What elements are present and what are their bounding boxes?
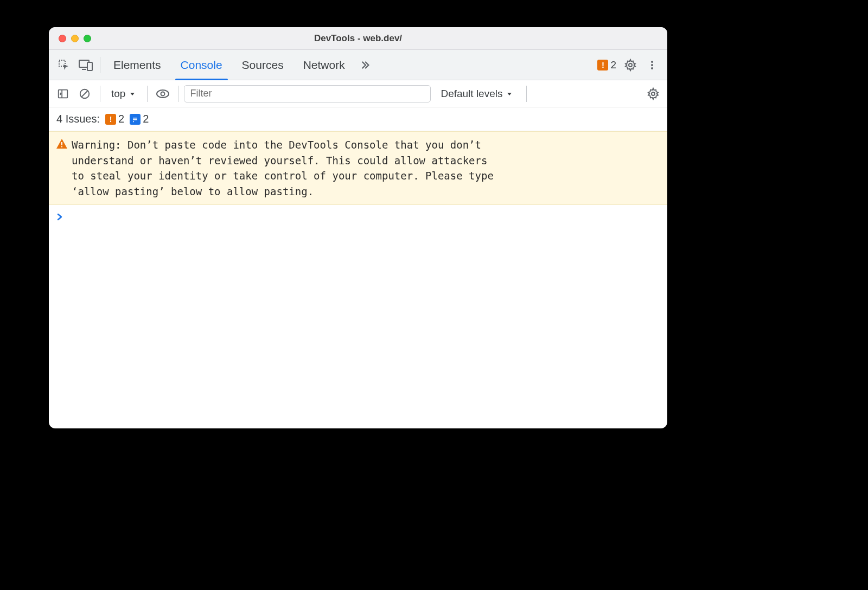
divider xyxy=(526,86,527,102)
svg-rect-15 xyxy=(133,118,137,119)
context-label: top xyxy=(111,88,125,100)
clear-console-icon[interactable] xyxy=(75,84,94,104)
live-expression-icon[interactable] xyxy=(153,84,173,104)
error-badge-icon: ! xyxy=(597,60,608,70)
divider xyxy=(100,57,100,73)
svg-point-6 xyxy=(651,64,653,66)
more-tabs-button[interactable] xyxy=(355,55,374,75)
issues-breaking-count: 2 xyxy=(118,113,124,125)
svg-rect-3 xyxy=(87,62,92,70)
warning-text: Warning: Don’t paste code into the DevTo… xyxy=(72,137,494,199)
window-title: DevTools - web.dev/ xyxy=(49,33,667,44)
levels-label: Default levels xyxy=(441,88,502,100)
main-tabstrip: Elements Console Sources Network ! 2 xyxy=(49,50,667,80)
titlebar: DevTools - web.dev/ xyxy=(49,27,667,50)
zoom-window-button[interactable] xyxy=(84,35,91,42)
svg-point-14 xyxy=(652,92,655,95)
devtools-window: DevTools - web.dev/ Elements Console Sou… xyxy=(49,27,667,428)
warning-badge-icon: ! xyxy=(105,114,116,125)
svg-line-11 xyxy=(82,91,88,97)
minimize-window-button[interactable] xyxy=(71,35,79,42)
info-badge-icon xyxy=(130,114,141,125)
settings-button[interactable] xyxy=(620,54,641,76)
prompt-chevron-icon xyxy=(56,213,63,221)
issues-label: 4 Issues: xyxy=(56,113,100,125)
svg-rect-16 xyxy=(133,119,137,120)
console-prompt[interactable] xyxy=(49,205,667,229)
tab-console[interactable]: Console xyxy=(171,50,232,80)
tab-elements[interactable]: Elements xyxy=(104,50,171,80)
traffic-lights xyxy=(49,35,91,42)
error-count: 2 xyxy=(610,59,616,71)
kebab-menu-button[interactable] xyxy=(641,54,663,76)
close-window-button[interactable] xyxy=(59,35,66,42)
filter-input[interactable] xyxy=(184,85,431,102)
issues-info-badge[interactable]: 2 xyxy=(130,113,149,125)
chevron-down-icon xyxy=(506,90,513,98)
svg-rect-17 xyxy=(61,142,62,145)
divider xyxy=(147,86,148,102)
toggle-sidebar-icon[interactable] xyxy=(53,84,73,104)
inspect-element-icon[interactable] xyxy=(53,54,75,76)
issues-indicator[interactable]: ! 2 xyxy=(594,59,620,71)
svg-point-5 xyxy=(651,61,653,63)
tab-sources[interactable]: Sources xyxy=(232,50,293,80)
chevron-down-icon xyxy=(129,90,136,98)
svg-rect-8 xyxy=(59,89,68,98)
device-toolbar-icon[interactable] xyxy=(75,54,97,76)
svg-point-13 xyxy=(161,92,165,95)
issues-breaking-badge[interactable]: ! 2 xyxy=(105,113,124,125)
console-toolbar: top Default levels xyxy=(49,80,667,107)
svg-rect-18 xyxy=(61,146,62,148)
svg-point-7 xyxy=(651,67,653,69)
console-warning-row: Warning: Don’t paste code into the DevTo… xyxy=(49,131,667,205)
issues-info-count: 2 xyxy=(143,113,149,125)
tab-network[interactable]: Network xyxy=(293,50,355,80)
divider xyxy=(178,86,178,102)
svg-point-4 xyxy=(629,63,632,67)
svg-point-12 xyxy=(157,90,169,98)
divider xyxy=(100,86,100,102)
console-settings-icon[interactable] xyxy=(643,84,663,104)
log-levels-picker[interactable]: Default levels xyxy=(433,88,521,100)
context-picker[interactable]: top xyxy=(106,88,142,100)
warning-triangle-icon xyxy=(56,139,67,199)
issues-summary: 4 Issues: ! 2 2 xyxy=(49,107,667,131)
